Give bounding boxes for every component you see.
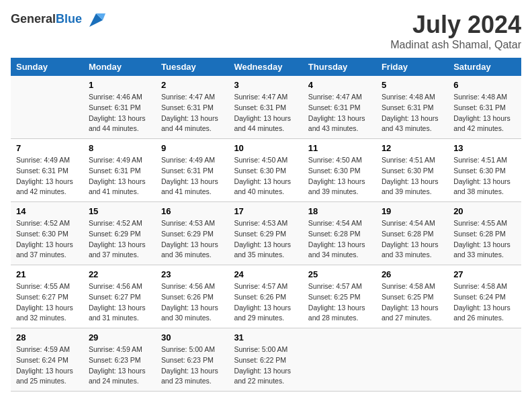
logo-text: GeneralBlue [11, 11, 105, 30]
calendar-cell: 12Sunrise: 4:51 AMSunset: 6:30 PMDayligh… [376, 139, 448, 202]
day-number: 26 [382, 269, 443, 279]
logo-general: GeneralBlue [11, 13, 85, 25]
day-info: Sunrise: 4:53 AMSunset: 6:29 PMDaylight:… [234, 218, 297, 261]
calendar-cell: 28Sunrise: 4:59 AMSunset: 6:24 PMDayligh… [11, 328, 83, 392]
day-number: 14 [16, 206, 78, 216]
day-info: Sunrise: 4:58 AMSunset: 6:24 PMDaylight:… [453, 281, 516, 324]
calendar-cell: 25Sunrise: 4:57 AMSunset: 6:25 PMDayligh… [303, 265, 376, 328]
day-number: 27 [453, 269, 516, 279]
day-info: Sunrise: 4:47 AMSunset: 6:31 PMDaylight:… [234, 92, 297, 134]
calendar-cell: 2Sunrise: 4:47 AMSunset: 6:31 PMDaylight… [156, 76, 228, 139]
day-number: 28 [16, 332, 78, 342]
day-number: 19 [382, 206, 443, 216]
day-info: Sunrise: 5:00 AMSunset: 6:23 PMDaylight:… [161, 345, 223, 387]
day-number: 5 [382, 80, 443, 90]
day-number: 6 [453, 80, 516, 90]
calendar-cell: 22Sunrise: 4:56 AMSunset: 6:27 PMDayligh… [83, 265, 156, 328]
calendar-cell: 7Sunrise: 4:49 AMSunset: 6:31 PMDaylight… [11, 139, 83, 202]
calendar-cell: 15Sunrise: 4:52 AMSunset: 6:29 PMDayligh… [83, 202, 156, 265]
calendar-cell: 20Sunrise: 4:55 AMSunset: 6:28 PMDayligh… [448, 202, 521, 265]
calendar-week-row: 14Sunrise: 4:52 AMSunset: 6:30 PMDayligh… [11, 202, 521, 265]
calendar-cell: 11Sunrise: 4:50 AMSunset: 6:30 PMDayligh… [303, 139, 376, 202]
calendar-cell: 16Sunrise: 4:53 AMSunset: 6:29 PMDayligh… [156, 202, 228, 265]
day-number: 13 [453, 143, 516, 153]
day-of-week-header: Saturday [448, 58, 521, 76]
calendar-cell: 23Sunrise: 4:56 AMSunset: 6:26 PMDayligh… [156, 265, 228, 328]
day-number: 31 [234, 332, 297, 342]
calendar-week-row: 28Sunrise: 4:59 AMSunset: 6:24 PMDayligh… [11, 328, 521, 392]
calendar-cell: 24Sunrise: 4:57 AMSunset: 6:26 PMDayligh… [228, 265, 302, 328]
calendar-cell: 8Sunrise: 4:49 AMSunset: 6:31 PMDaylight… [83, 139, 156, 202]
calendar-cell: 19Sunrise: 4:54 AMSunset: 6:28 PMDayligh… [376, 202, 448, 265]
day-info: Sunrise: 4:48 AMSunset: 6:31 PMDaylight:… [453, 92, 516, 134]
day-number: 12 [382, 143, 443, 153]
day-info: Sunrise: 4:55 AMSunset: 6:27 PMDaylight:… [16, 281, 78, 324]
day-number: 4 [308, 80, 371, 90]
day-number: 20 [453, 206, 516, 216]
calendar-cell: 29Sunrise: 4:59 AMSunset: 6:23 PMDayligh… [83, 328, 156, 392]
calendar-cell: 10Sunrise: 4:50 AMSunset: 6:30 PMDayligh… [228, 139, 302, 202]
day-info: Sunrise: 4:49 AMSunset: 6:31 PMDaylight:… [161, 155, 223, 197]
day-number: 17 [234, 206, 297, 216]
day-info: Sunrise: 4:46 AMSunset: 6:31 PMDaylight:… [89, 92, 150, 134]
calendar-cell: 4Sunrise: 4:47 AMSunset: 6:31 PMDaylight… [303, 76, 376, 139]
calendar-cell: 9Sunrise: 4:49 AMSunset: 6:31 PMDaylight… [156, 139, 228, 202]
calendar-cell [448, 328, 521, 392]
calendar-cell [11, 76, 83, 139]
day-info: Sunrise: 4:50 AMSunset: 6:30 PMDaylight:… [308, 155, 371, 197]
calendar-cell: 27Sunrise: 4:58 AMSunset: 6:24 PMDayligh… [448, 265, 521, 328]
calendar-cell: 13Sunrise: 4:51 AMSunset: 6:30 PMDayligh… [448, 139, 521, 202]
day-of-week-header: Friday [376, 58, 448, 76]
day-info: Sunrise: 4:54 AMSunset: 6:28 PMDaylight:… [382, 218, 443, 261]
day-info: Sunrise: 5:00 AMSunset: 6:22 PMDaylight:… [234, 345, 297, 387]
day-number: 15 [89, 206, 150, 216]
calendar-title: July 2024 [390, 11, 521, 39]
day-of-week-header: Sunday [11, 58, 83, 76]
calendar-cell: 18Sunrise: 4:54 AMSunset: 6:28 PMDayligh… [303, 202, 376, 265]
day-info: Sunrise: 4:49 AMSunset: 6:31 PMDaylight:… [16, 155, 78, 197]
logo-icon [87, 11, 105, 30]
day-info: Sunrise: 4:50 AMSunset: 6:30 PMDaylight:… [234, 155, 297, 197]
day-info: Sunrise: 4:49 AMSunset: 6:31 PMDaylight:… [89, 155, 150, 197]
day-number: 24 [234, 269, 297, 279]
calendar-table: SundayMondayTuesdayWednesdayThursdayFrid… [11, 58, 521, 392]
calendar-cell: 5Sunrise: 4:48 AMSunset: 6:31 PMDaylight… [376, 76, 448, 139]
day-info: Sunrise: 4:54 AMSunset: 6:28 PMDaylight:… [308, 218, 371, 261]
day-info: Sunrise: 4:51 AMSunset: 6:30 PMDaylight:… [382, 155, 443, 197]
day-info: Sunrise: 4:52 AMSunset: 6:30 PMDaylight:… [16, 218, 78, 261]
day-info: Sunrise: 4:47 AMSunset: 6:31 PMDaylight:… [161, 92, 223, 134]
calendar-cell: 26Sunrise: 4:58 AMSunset: 6:25 PMDayligh… [376, 265, 448, 328]
day-number: 18 [308, 206, 371, 216]
day-info: Sunrise: 4:47 AMSunset: 6:31 PMDaylight:… [308, 92, 371, 134]
day-number: 10 [234, 143, 297, 153]
day-number: 2 [161, 80, 223, 90]
day-info: Sunrise: 4:59 AMSunset: 6:24 PMDaylight:… [16, 345, 78, 387]
day-of-week-header: Monday [83, 58, 156, 76]
day-number: 21 [16, 269, 78, 279]
calendar-header-row: SundayMondayTuesdayWednesdayThursdayFrid… [11, 58, 521, 76]
day-number: 9 [161, 143, 223, 153]
day-info: Sunrise: 4:58 AMSunset: 6:25 PMDaylight:… [382, 281, 443, 324]
day-info: Sunrise: 4:56 AMSunset: 6:26 PMDaylight:… [161, 281, 223, 324]
day-info: Sunrise: 4:53 AMSunset: 6:29 PMDaylight:… [161, 218, 223, 261]
calendar-week-row: 21Sunrise: 4:55 AMSunset: 6:27 PMDayligh… [11, 265, 521, 328]
calendar-cell [376, 328, 448, 392]
day-number: 23 [161, 269, 223, 279]
calendar-cell: 1Sunrise: 4:46 AMSunset: 6:31 PMDaylight… [83, 76, 156, 139]
day-info: Sunrise: 4:56 AMSunset: 6:27 PMDaylight:… [89, 281, 150, 324]
day-number: 7 [16, 143, 78, 153]
day-number: 22 [89, 269, 150, 279]
day-of-week-header: Tuesday [156, 58, 228, 76]
day-info: Sunrise: 4:57 AMSunset: 6:26 PMDaylight:… [234, 281, 297, 324]
calendar-location: Madinat ash Shamal, Qatar [390, 39, 521, 51]
day-of-week-header: Wednesday [228, 58, 302, 76]
day-info: Sunrise: 4:59 AMSunset: 6:23 PMDaylight:… [89, 345, 150, 387]
day-number: 1 [89, 80, 150, 90]
day-info: Sunrise: 4:57 AMSunset: 6:25 PMDaylight:… [308, 281, 371, 324]
calendar-cell: 14Sunrise: 4:52 AMSunset: 6:30 PMDayligh… [11, 202, 83, 265]
day-info: Sunrise: 4:55 AMSunset: 6:28 PMDaylight:… [453, 218, 516, 261]
calendar-cell: 3Sunrise: 4:47 AMSunset: 6:31 PMDaylight… [228, 76, 302, 139]
calendar-cell [303, 328, 376, 392]
day-number: 3 [234, 80, 297, 90]
calendar-cell: 21Sunrise: 4:55 AMSunset: 6:27 PMDayligh… [11, 265, 83, 328]
